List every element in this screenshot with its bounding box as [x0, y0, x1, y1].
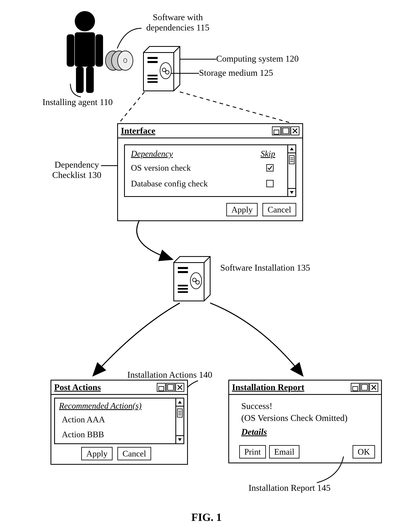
minimize-button[interactable] [272, 126, 281, 135]
label-storage-medium: Storage medium 125 [199, 68, 273, 78]
post-actions-title: Post Actions [54, 382, 101, 392]
svg-line-20 [117, 92, 144, 125]
pointer-line [171, 72, 199, 74]
col-skip: Skip [261, 149, 275, 159]
skip-checkbox[interactable] [266, 164, 274, 171]
maximize-button[interactable] [360, 383, 369, 392]
svg-rect-11 [147, 61, 158, 63]
window-controls [351, 383, 378, 392]
minimize-button[interactable] [351, 383, 360, 392]
scroll-thumb[interactable] [177, 408, 183, 418]
apply-button[interactable]: Apply [226, 203, 258, 216]
apply-button[interactable]: Apply [81, 447, 113, 460]
maximize-button[interactable] [281, 126, 290, 135]
pointer-line [180, 58, 216, 60]
svg-rect-33 [178, 285, 188, 286]
dependency-panel: Dependency Skip OS version check Databas… [124, 144, 296, 197]
installation-report-window: Installation Report Success! (OS Version… [228, 380, 382, 463]
window-controls [272, 126, 299, 135]
svg-marker-43 [178, 401, 182, 404]
dependency-name: Database config check [131, 179, 208, 189]
svg-rect-32 [178, 271, 188, 273]
scroll-thumb[interactable] [289, 155, 295, 164]
dependency-row: Database config check [131, 179, 283, 189]
cancel-button[interactable]: Cancel [117, 447, 151, 460]
svg-rect-12 [147, 75, 158, 76]
scrollbar[interactable] [175, 399, 183, 443]
svg-marker-29 [290, 191, 294, 194]
svg-marker-47 [178, 438, 182, 441]
details-link[interactable]: Details [241, 427, 375, 437]
svg-point-0 [75, 11, 95, 31]
svg-rect-5 [86, 67, 94, 93]
report-titlebar: Installation Report [229, 380, 381, 395]
svg-rect-35 [178, 291, 188, 293]
actions-panel: Recommended Action(s) Action AAA Action … [54, 398, 184, 444]
computer-icon [172, 255, 212, 304]
post-actions-titlebar: Post Actions [51, 380, 187, 395]
recommended-actions-header: Recommended Action(s) [59, 401, 171, 411]
svg-rect-14 [147, 81, 158, 83]
figure-caption: FIG. 1 [0, 511, 413, 523]
svg-rect-13 [147, 78, 158, 80]
svg-rect-3 [95, 34, 103, 67]
svg-rect-1 [75, 32, 95, 67]
post-actions-window: Post Actions Recommended Action(s) Actio… [50, 380, 188, 465]
pointer-line [315, 455, 347, 485]
svg-line-21 [180, 92, 299, 125]
scroll-up-icon[interactable] [176, 399, 183, 407]
dependency-name: OS version check [131, 163, 191, 173]
minimize-button[interactable] [157, 383, 166, 392]
interface-window: Interface Dependency Skip OS version che… [117, 123, 303, 221]
email-button[interactable]: Email [269, 445, 299, 458]
label-software-deps: Software with dependencies 115 [137, 12, 218, 33]
report-status: Success! [241, 401, 375, 411]
scrollbar[interactable] [287, 145, 295, 196]
svg-point-9 [124, 58, 127, 63]
pointer-line [107, 26, 147, 53]
computer-icon [141, 44, 182, 94]
maximize-button[interactable] [166, 383, 175, 392]
flow-arrow [204, 299, 317, 380]
svg-rect-10 [147, 57, 158, 59]
dependency-row: OS version check [131, 163, 283, 173]
action-item: Action AAA [62, 415, 171, 424]
label-dependency-checklist: Dependency Checklist 130 [48, 160, 105, 180]
action-item: Action BBB [62, 430, 171, 439]
label-computing-system: Computing system 120 [216, 54, 299, 64]
scroll-up-icon[interactable] [288, 145, 295, 153]
scroll-down-icon[interactable] [176, 435, 183, 443]
label-software-installation: Software Installation 135 [220, 263, 310, 273]
svg-rect-2 [67, 34, 74, 67]
flow-arrow [81, 299, 194, 380]
skip-checkbox[interactable] [266, 180, 274, 187]
report-title: Installation Report [232, 382, 304, 392]
col-dependency: Dependency [131, 149, 173, 159]
interface-titlebar: Interface [118, 124, 302, 138]
pointer-line [69, 83, 85, 99]
print-button[interactable]: Print [239, 445, 266, 458]
close-button[interactable] [290, 126, 299, 135]
cancel-button[interactable]: Cancel [262, 203, 296, 216]
ok-button[interactable]: OK [353, 445, 375, 458]
scroll-down-icon[interactable] [288, 188, 295, 196]
svg-rect-31 [178, 267, 188, 269]
interface-title: Interface [121, 126, 155, 136]
close-button[interactable] [369, 383, 378, 392]
close-button[interactable] [175, 383, 184, 392]
svg-marker-25 [290, 147, 294, 150]
window-controls [157, 383, 184, 392]
svg-rect-34 [178, 288, 188, 290]
report-note: (OS Versions Check Omitted) [241, 413, 375, 423]
label-installation-actions: Installation Actions 140 [127, 370, 212, 380]
